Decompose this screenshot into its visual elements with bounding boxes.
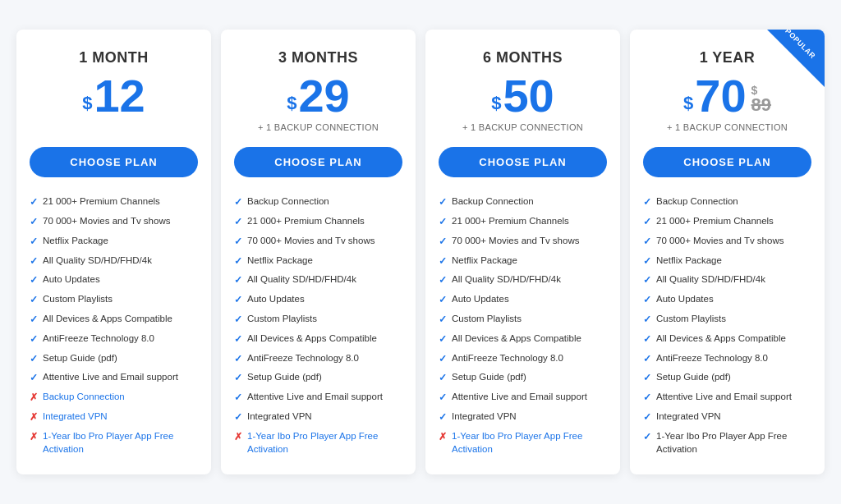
feature-item-5: ✓ Auto Updates [439,290,607,309]
choose-plan-button[interactable]: CHOOSE PLAN [643,147,811,177]
price-old-amount: 89 [751,96,771,114]
plan-duration: 3 MONTHS [278,49,358,66]
feature-item-8: ✓ Setup Guide (pdf) [30,349,198,369]
feature-item-9: ✓ Setup Guide (pdf) [439,368,607,387]
check-icon: ✓ [234,235,242,249]
feature-text: All Devices & Apps Compatible [247,332,377,345]
check-icon: ✓ [30,195,38,209]
feature-text: Netflix Package [247,254,313,267]
check-icon: ✓ [439,371,447,385]
feature-text: AntiFreeze Technology 8.0 [43,332,154,345]
check-icon: ✓ [30,254,38,268]
check-icon: ✓ [643,273,651,287]
plan-price-row: $ 12 [82,73,145,119]
check-icon: ✓ [439,410,447,424]
price-old-wrap: $ 89 [751,85,771,114]
feature-text: Auto Updates [656,292,714,305]
plan-duration: 1 MONTH [79,49,149,66]
feature-item-11: ✗ Integrated VPN [30,407,198,427]
feature-item-11: ✓ Integrated VPN [234,407,402,427]
check-icon: ✓ [439,293,447,307]
feature-text: Custom Playlists [43,292,113,305]
cross-icon: ✗ [30,410,38,424]
features-list: ✓ Backup Connection✓ 21 000+ Premium Cha… [234,192,402,458]
plan-card-1month: 1 MONTH $ 12CHOOSE PLAN✓ 21 000+ Premium… [16,30,211,474]
check-icon: ✓ [643,215,651,229]
feature-item-12: ✗ 1-Year Ibo Pro Player App Free Activat… [234,427,402,458]
feature-text: Backup Connection [656,195,738,208]
feature-text: All Quality SD/HD/FHD/4k [656,273,765,286]
choose-plan-button[interactable]: CHOOSE PLAN [439,147,607,177]
feature-item-7: ✓ AntiFreeze Technology 8.0 [30,329,198,349]
feature-text: All Devices & Apps Compatible [656,332,786,345]
feature-item-0: ✓ Backup Connection [234,192,402,212]
plan-price-row: $ 29 [287,73,350,119]
backup-note: + 1 BACKUP CONNECTION [258,122,379,135]
check-icon: ✓ [643,371,651,385]
feature-text: All Quality SD/HD/FHD/4k [452,273,561,286]
feature-item-1: ✓ 21 000+ Premium Channels [439,212,607,231]
feature-item-8: ✓ AntiFreeze Technology 8.0 [439,349,607,369]
cross-icon: ✗ [30,430,38,444]
feature-text: Setup Guide (pdf) [247,370,322,383]
check-icon: ✓ [643,195,651,209]
feature-item-10: ✗ Backup Connection [30,387,198,407]
check-icon: ✓ [439,254,447,268]
feature-item-2: ✓ Netflix Package [30,231,198,251]
check-icon: ✓ [643,293,651,307]
check-icon: ✓ [643,235,651,249]
check-icon: ✓ [234,254,242,268]
feature-item-0: ✓ Backup Connection [439,192,607,212]
check-icon: ✓ [439,391,447,405]
feature-item-2: ✓ 70 000+ Movies and Tv shows [643,231,811,251]
plan-card-3months: 3 MONTHS $ 29+ 1 BACKUP CONNECTIONCHOOSE… [221,30,416,474]
check-icon: ✓ [439,332,447,346]
feature-text: 21 000+ Premium Channels [452,214,569,227]
feature-text: Custom Playlists [656,312,726,325]
feature-text: AntiFreeze Technology 8.0 [656,351,768,364]
feature-text: Setup Guide (pdf) [43,351,117,364]
check-icon: ✓ [234,352,242,366]
check-icon: ✓ [439,273,447,287]
feature-item-11: ✓ Integrated VPN [643,407,811,427]
check-icon: ✓ [234,391,242,405]
choose-plan-button[interactable]: CHOOSE PLAN [30,147,198,177]
feature-text: Integrated VPN [452,410,517,423]
feature-text: AntiFreeze Technology 8.0 [247,351,359,364]
check-icon: ✓ [643,430,651,444]
check-icon: ✓ [643,313,651,327]
check-icon: ✓ [643,332,651,346]
check-icon: ✓ [643,352,651,366]
popular-badge: POPULAR [767,30,825,87]
feature-text: 21 000+ Premium Channels [43,195,160,208]
feature-text: Netflix Package [656,254,722,267]
price-amount: 29 [298,73,349,119]
check-icon: ✓ [643,254,651,268]
check-icon: ✓ [234,215,242,229]
feature-text: Auto Updates [43,273,100,286]
choose-plan-button[interactable]: CHOOSE PLAN [234,147,402,177]
check-icon: ✓ [234,332,242,346]
price-dollar: $ [82,94,92,112]
feature-text: 70 000+ Movies and Tv shows [656,234,784,247]
feature-item-4: ✓ Auto Updates [30,270,198,290]
feature-item-8: ✓ AntiFreeze Technology 8.0 [234,349,402,369]
feature-item-0: ✓ 21 000+ Premium Channels [30,192,198,212]
check-icon: ✓ [30,293,38,307]
feature-item-10: ✓ Attentive Live and Email support [234,387,402,407]
feature-text: Auto Updates [247,292,305,305]
check-icon: ✓ [234,273,242,287]
check-icon: ✓ [30,235,38,249]
features-list: ✓ Backup Connection✓ 21 000+ Premium Cha… [439,192,607,458]
feature-item-12: ✗ 1-Year Ibo Pro Player App Free Activat… [30,427,198,458]
feature-text-unavailable: 1-Year Ibo Pro Player App Free Activatio… [247,429,402,456]
feature-item-12: ✓ 1-Year Ibo Pro Player App Free Activat… [643,427,811,458]
check-icon: ✓ [30,371,38,385]
feature-text: Custom Playlists [247,312,317,325]
feature-item-2: ✓ 70 000+ Movies and Tv shows [234,231,402,251]
check-icon: ✓ [234,293,242,307]
check-icon: ✓ [30,332,38,346]
check-icon: ✓ [643,391,651,405]
plan-card-1year: POPULAR 1 YEAR $ 70 $ 89 + 1 BACKUP CONN… [630,30,825,474]
feature-item-4: ✓ All Quality SD/HD/FHD/4k [234,270,402,290]
